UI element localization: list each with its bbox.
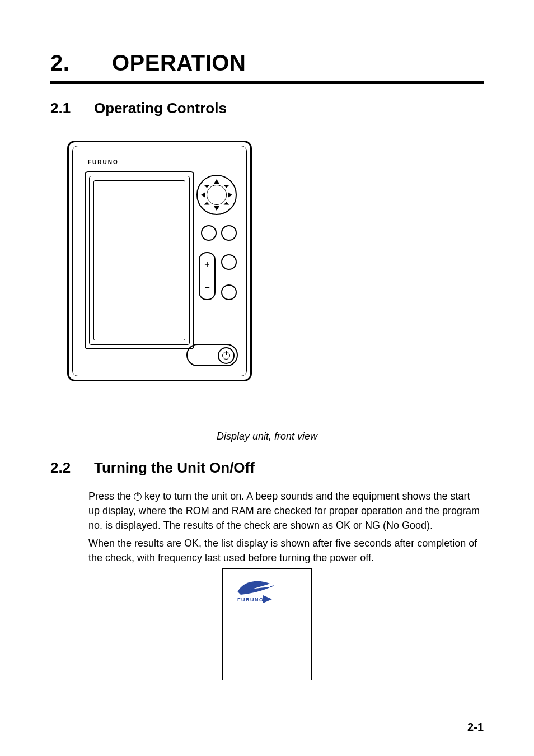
display-unit-figure: FURUNO + xyxy=(62,129,274,421)
paragraph-1: Press the key to turn the unit on. A bee… xyxy=(88,489,484,533)
soft-button-4[interactable] xyxy=(221,284,237,300)
chapter-heading: 2.OPERATION xyxy=(50,50,484,76)
page-number: 2-1 xyxy=(467,721,484,734)
soft-button-3[interactable] xyxy=(221,254,237,270)
arrow-up-icon xyxy=(214,179,219,184)
cursor-pad-inner xyxy=(207,185,227,205)
zoom-in-label: + xyxy=(200,260,214,269)
soft-button-1[interactable] xyxy=(201,225,217,241)
section-2-1-number: 2.1 xyxy=(50,100,94,117)
chapter-title-text: OPERATION xyxy=(112,50,246,75)
brand-flag-icon xyxy=(263,595,272,603)
section-2-1-heading: 2.1Operating Controls xyxy=(50,100,484,117)
screen-frame-inner xyxy=(93,180,185,340)
soft-button-2[interactable] xyxy=(221,225,237,241)
arrow-nw-icon xyxy=(204,183,210,188)
startup-screen-figure: FURUNO xyxy=(222,568,312,680)
display-unit-body: FURUNO + xyxy=(67,141,252,381)
chapter-number: 2. xyxy=(50,50,112,76)
arrow-se-icon xyxy=(224,202,229,208)
power-icon xyxy=(222,352,230,360)
page: 2.OPERATION 2.1Operating Controls FURUNO xyxy=(0,0,534,756)
display-screen xyxy=(85,171,194,349)
paragraph-2: When the results are OK, the list displa… xyxy=(88,536,484,565)
section-2-2-number: 2.2 xyxy=(50,459,94,477)
section-2-1-title: Operating Controls xyxy=(94,100,227,116)
arrow-right-icon xyxy=(228,192,232,198)
section-2-2-heading: 2.2Turning the Unit On/Off xyxy=(50,459,484,477)
power-key-area xyxy=(186,344,238,366)
figure-1-caption: Display unit, front view xyxy=(50,431,484,442)
zoom-out-label: − xyxy=(200,283,214,292)
cursor-pad[interactable] xyxy=(196,175,237,215)
brand-label: FURUNO xyxy=(88,159,119,165)
p1-lead: Press the xyxy=(88,491,134,502)
arrow-down-icon xyxy=(214,206,219,211)
arrow-ne-icon xyxy=(224,183,229,188)
p1-tail: key to turn the unit on. A beep sounds a… xyxy=(88,491,480,531)
power-icon xyxy=(134,493,142,501)
arrow-sw-icon xyxy=(204,202,210,208)
zoom-rocker[interactable]: + − xyxy=(199,252,216,300)
section-2-2-title: Turning the Unit On/Off xyxy=(94,459,255,476)
sailfish-icon xyxy=(236,578,275,596)
splash-brand-label: FURUNO xyxy=(237,597,264,603)
arrow-left-icon xyxy=(201,192,205,198)
power-button[interactable] xyxy=(218,347,235,364)
heading-rule xyxy=(50,81,484,84)
